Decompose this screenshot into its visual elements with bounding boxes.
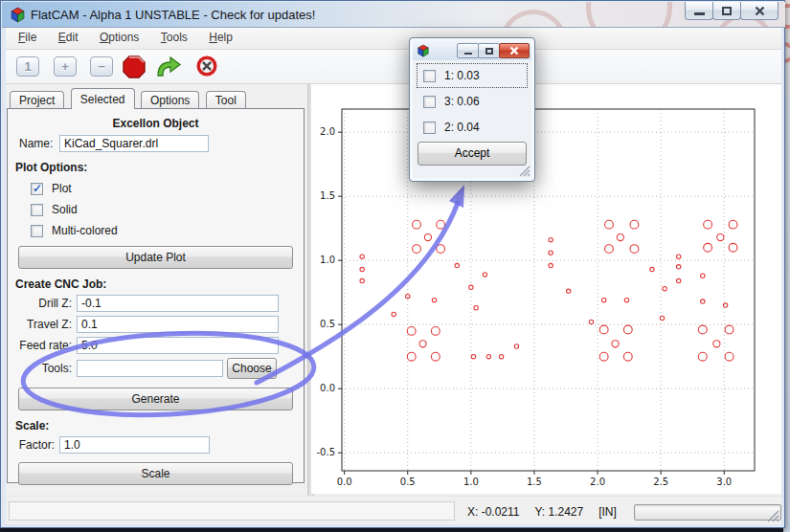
title-bar[interactable]: FlatCAM - Alpha 1 UNSTABLE - Check for u… <box>2 2 785 28</box>
maximize-icon <box>722 7 732 15</box>
tool-row-3[interactable]: 2: 0.04 <box>418 116 527 139</box>
tool-3-checkbox[interactable] <box>423 96 436 108</box>
maximize-button[interactable] <box>712 2 741 20</box>
tab-bar: Project Selected Options Tool <box>10 88 248 109</box>
dialog-close-button[interactable] <box>499 43 530 58</box>
progress-bar <box>634 504 781 521</box>
close-icon <box>755 6 765 16</box>
tab-project[interactable]: Project <box>10 91 64 109</box>
glass-reflection <box>500 10 567 28</box>
travel-z-input[interactable] <box>77 316 279 333</box>
minimize-icon <box>464 53 472 55</box>
drill-z-input[interactable] <box>77 295 279 312</box>
close-button[interactable] <box>740 2 779 20</box>
tools-dialog: 1: 0.03 3: 0.06 2: 0.04 Accept <box>409 37 535 182</box>
multicolored-checkbox[interactable] <box>31 225 43 237</box>
flatcam-cube-icon <box>10 7 26 23</box>
zoom-out-button[interactable]: − <box>90 56 113 77</box>
generate-button[interactable]: Generate <box>18 388 293 410</box>
dialog-minimize-button[interactable] <box>457 43 479 58</box>
minimize-button[interactable] <box>685 2 713 20</box>
svg-text:0.5: 0.5 <box>400 477 416 487</box>
cursor-x-readout: X: -0.0211 <box>467 505 519 519</box>
svg-text:3.0: 3.0 <box>716 477 732 487</box>
taskbar-edge <box>0 528 790 532</box>
name-label: Name: <box>19 137 59 150</box>
svg-text:0.5: 0.5 <box>320 319 335 329</box>
menu-file[interactable]: File <box>10 28 45 49</box>
svg-text:0.0: 0.0 <box>320 383 335 393</box>
accept-button[interactable]: Accept <box>418 142 527 166</box>
name-input[interactable] <box>59 135 209 152</box>
menu-help[interactable]: Help <box>200 28 241 49</box>
tool-1-label: 1: 0.03 <box>444 69 480 82</box>
tab-selected[interactable]: Selected <box>71 88 135 109</box>
dialog-maximize-button[interactable] <box>478 43 500 58</box>
status-bar: X: -0.0211Y: 1.2427[IN] <box>6 496 781 524</box>
menu-edit[interactable]: Edit <box>50 28 87 49</box>
tool-row-2[interactable]: 3: 0.06 <box>418 90 527 113</box>
choose-tools-button[interactable]: Choose <box>227 358 277 379</box>
svg-text:1.0: 1.0 <box>463 477 479 487</box>
svg-text:0.0: 0.0 <box>337 477 352 487</box>
tool-row-1[interactable]: 1: 0.03 <box>418 64 527 87</box>
glass-reflection <box>586 2 672 28</box>
selected-object-panel: Excellon Object Name: Plot Options: Plot… <box>7 108 305 483</box>
tab-tool[interactable]: Tool <box>206 91 246 109</box>
tool-1-checkbox[interactable] <box>423 70 436 82</box>
main-content: Project Selected Options Tool Excellon O… <box>6 84 781 496</box>
svg-text:1.5: 1.5 <box>320 190 335 201</box>
dialog-title-bar[interactable] <box>413 41 531 60</box>
cnc-job-heading: Create CNC Job: <box>15 277 296 291</box>
status-message-box <box>9 501 455 521</box>
flatcam-main-window: FlatCAM - Alpha 1 UNSTABLE - Check for u… <box>0 0 785 528</box>
tools-input[interactable] <box>77 360 223 377</box>
feed-rate-label: Feed rate: <box>15 339 77 352</box>
plot-checkbox-label: Plot <box>52 182 72 195</box>
svg-text:2.0: 2.0 <box>590 477 605 487</box>
tab-options[interactable]: Options <box>141 91 199 109</box>
zoom-in-button[interactable]: + <box>54 56 77 77</box>
tools-label: Tools: <box>15 362 77 375</box>
window-resize-grip[interactable] <box>765 508 780 523</box>
solid-checkbox[interactable] <box>31 204 43 216</box>
drill-z-label: Drill Z: <box>15 297 77 310</box>
menu-options[interactable]: Options <box>91 28 147 49</box>
clear-plot-button[interactable] <box>195 55 218 78</box>
tool-2-label: 2: 0.04 <box>444 121 480 134</box>
replot-arrow-icon <box>158 57 180 76</box>
scale-button[interactable]: Scale <box>18 462 293 485</box>
menu-bar: File Edit Options Tools Help <box>6 28 781 50</box>
update-plot-button[interactable]: Update Plot <box>18 246 293 269</box>
cursor-y-readout: Y: 1.2427 <box>534 505 583 519</box>
svg-text:1.0: 1.0 <box>320 255 335 265</box>
plot-canvas[interactable]: 0.00.51.01.52.02.53.0-0.50.00.51.01.52.0 <box>311 86 781 491</box>
plot-area: 0.00.51.01.52.02.53.0-0.50.00.51.01.52.0 <box>311 84 781 494</box>
tool-2-checkbox[interactable] <box>423 122 436 134</box>
dialog-resize-grip[interactable] <box>518 165 531 178</box>
toolbar: 1 + − <box>6 50 781 84</box>
scale-heading: Scale: <box>15 419 296 432</box>
svg-text:2.5: 2.5 <box>653 477 668 487</box>
menu-tools[interactable]: Tools <box>152 28 196 49</box>
replot-button[interactable] <box>154 55 183 79</box>
travel-z-label: Travel Z: <box>15 318 77 331</box>
units-readout: [IN] <box>598 505 617 519</box>
solid-checkbox-label: Solid <box>52 203 78 216</box>
object-type-title: Excellon Object <box>15 117 296 130</box>
svg-text:-0.5: -0.5 <box>316 447 335 457</box>
tool-3-label: 3: 0.06 <box>444 95 480 108</box>
minimize-icon <box>694 12 705 15</box>
close-icon <box>509 46 519 55</box>
maximize-icon <box>485 48 493 55</box>
factor-input[interactable] <box>59 436 210 454</box>
stop-button[interactable] <box>122 55 147 79</box>
factor-label: Factor: <box>15 438 59 452</box>
zoom-fit-button[interactable]: 1 <box>16 56 39 77</box>
svg-text:2.0: 2.0 <box>320 126 335 137</box>
plot-checkbox[interactable] <box>31 183 43 195</box>
plot-options-heading: Plot Options: <box>15 161 296 174</box>
dialog-body: 1: 0.03 3: 0.06 2: 0.04 Accept <box>413 60 531 178</box>
multicolored-checkbox-label: Multi-colored <box>52 224 118 237</box>
feed-rate-input[interactable] <box>77 337 279 354</box>
